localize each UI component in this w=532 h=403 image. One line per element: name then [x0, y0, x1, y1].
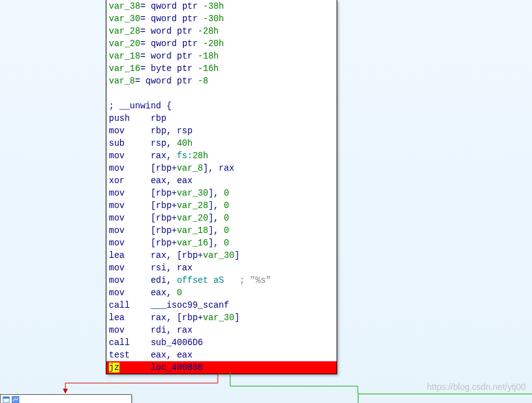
- asm-line[interactable]: var_38= qword ptr -38h: [106, 0, 337, 12]
- asm-token: -20h: [203, 39, 224, 49]
- asm-line[interactable]: lea rax, [rbp+var_30]: [106, 311, 337, 324]
- asm-line[interactable]: mov [rbp+var_16], 0: [106, 237, 337, 249]
- asm-token: mov [rbp+: [109, 213, 177, 223]
- asm-line[interactable]: mov rsi, rax: [106, 262, 337, 274]
- asm-line[interactable]: mov edi, offset aS ; "%s": [106, 274, 337, 287]
- asm-token: 0: [224, 188, 229, 198]
- asm-token: = qword ptr: [140, 1, 203, 11]
- asm-line[interactable]: var_18= word ptr -18h: [106, 50, 337, 62]
- asm-token: fs:: [177, 151, 192, 161]
- asm-token: -38h: [203, 1, 224, 11]
- asm-token: mov [rbp+: [109, 201, 177, 211]
- asm-line[interactable]: mov [rbp+var_18], 0: [106, 224, 337, 237]
- jz-mnemonic: jz: [109, 363, 119, 372]
- asm-token: -16h: [198, 64, 219, 73]
- asm-token: 0: [177, 288, 182, 298]
- asm-token: = byte ptr: [140, 64, 197, 73]
- asm-line[interactable]: var_16= byte ptr -16h: [106, 62, 337, 75]
- asm-token: = qword ptr: [140, 14, 203, 24]
- asm-token: var_16: [177, 238, 208, 248]
- asm-token: var_20: [177, 213, 208, 223]
- svg-rect-3: [12, 396, 19, 403]
- asm-line[interactable]: mov rax, fs:28h: [106, 149, 337, 162]
- asm-token: -8: [198, 76, 208, 86]
- asm-token: test eax, eax: [109, 350, 192, 360]
- asm-token: var_20: [109, 39, 140, 49]
- svg-marker-0: [63, 389, 68, 394]
- asm-token: mov edi,: [109, 275, 177, 285]
- asm-token: 40h: [177, 138, 192, 148]
- asm-token: = word ptr: [140, 26, 197, 36]
- asm-token: ; __unwind {: [109, 101, 172, 111]
- asm-line[interactable]: lea rax, [rbp+var_30]: [106, 249, 337, 262]
- asm-token: mov [rbp+: [109, 163, 177, 173]
- asm-token: sub rsp,: [109, 138, 177, 148]
- asm-token: 28h: [192, 151, 208, 161]
- svg-rect-2: [3, 397, 9, 399]
- asm-token: ],: [208, 213, 224, 223]
- asm-line[interactable]: test eax, eax: [106, 349, 337, 361]
- asm-token: ]: [235, 250, 240, 260]
- asm-line[interactable]: xor eax, eax: [106, 174, 337, 187]
- asm-token: ],: [208, 188, 224, 198]
- asm-line[interactable]: mov rdi, rax: [106, 324, 337, 336]
- asm-line[interactable]: var_20= qword ptr -20h: [106, 37, 337, 50]
- asm-line[interactable]: mov [rbp+var_20], 0: [106, 212, 337, 224]
- asm-token: = qword ptr: [140, 39, 203, 49]
- asm-token: ; "%s": [224, 275, 271, 285]
- asm-token: 0: [224, 201, 229, 211]
- asm-line[interactable]: var_28= word ptr -28h: [106, 25, 337, 37]
- asm-token: -30h: [203, 14, 224, 24]
- asm-token: push rbp: [109, 113, 166, 123]
- asm-token: xor eax, eax: [109, 176, 192, 186]
- asm-token: mov [rbp+: [109, 225, 177, 235]
- asm-token: mov rax,: [109, 151, 177, 161]
- asm-line[interactable]: ; __unwind {: [106, 100, 337, 112]
- asm-token: ]: [235, 313, 240, 323]
- asm-line[interactable]: call sub_4006D6: [106, 336, 337, 349]
- asm-token: ],: [208, 238, 224, 248]
- asm-token: var_8: [177, 163, 203, 173]
- disassembly-block[interactable]: var_38= qword ptr -38hvar_30= qword ptr …: [106, 0, 337, 374]
- asm-token: ],: [208, 225, 224, 235]
- asm-token: mov rsi, rax: [109, 263, 192, 273]
- asm-line[interactable]: mov eax, 0: [106, 287, 337, 299]
- asm-token: var_30: [177, 188, 208, 198]
- asm-token: var_18: [177, 225, 208, 235]
- asm-line[interactable]: sub rsp, 40h: [106, 137, 337, 149]
- asm-token: call: [109, 300, 151, 310]
- asm-token: var_30: [203, 250, 234, 260]
- asm-line[interactable]: var_8= qword ptr -8: [106, 75, 337, 87]
- chart-icon: [12, 396, 19, 402]
- highlighted-jump-line[interactable]: jz loc_400B08: [106, 361, 337, 374]
- asm-token: var_16: [109, 64, 140, 73]
- asm-token: mov rdi, rax: [109, 325, 192, 335]
- asm-line[interactable]: mov [rbp+var_8], rax: [106, 162, 337, 174]
- asm-token: offset aS: [177, 275, 224, 285]
- asm-line[interactable]: var_30= qword ptr -30h: [106, 12, 337, 25]
- asm-token: 0: [224, 225, 229, 235]
- asm-line[interactable]: push rbp: [106, 112, 337, 125]
- asm-token: call: [109, 338, 151, 348]
- asm-token: = word ptr: [140, 51, 197, 61]
- asm-line[interactable]: mov [rbp+var_30], 0: [106, 187, 337, 199]
- asm-token: ],: [208, 201, 224, 211]
- asm-token: sub_4006D6: [151, 338, 203, 348]
- asm-line[interactable]: mov [rbp+var_28], 0: [106, 199, 337, 212]
- asm-token: var_30: [203, 313, 234, 323]
- asm-line[interactable]: [106, 87, 337, 100]
- block-icon: [2, 396, 10, 402]
- asm-token: var_28: [177, 201, 208, 211]
- asm-token: var_8: [109, 76, 135, 86]
- asm-token: mov [rbp+: [109, 238, 177, 248]
- asm-token: ], rax: [203, 163, 234, 173]
- asm-token: mov rbp, rsp: [109, 126, 192, 136]
- asm-token: lea rax, [rbp+: [109, 250, 203, 260]
- branch-target-box-green[interactable]: [358, 394, 532, 403]
- asm-token: 0: [224, 213, 229, 223]
- asm-token: mov [rbp+: [109, 188, 177, 198]
- asm-line[interactable]: call ___isoc99_scanf: [106, 299, 337, 311]
- asm-line[interactable]: mov rbp, rsp: [106, 125, 337, 137]
- asm-token: var_30: [109, 14, 140, 24]
- branch-target-box[interactable]: [0, 394, 132, 403]
